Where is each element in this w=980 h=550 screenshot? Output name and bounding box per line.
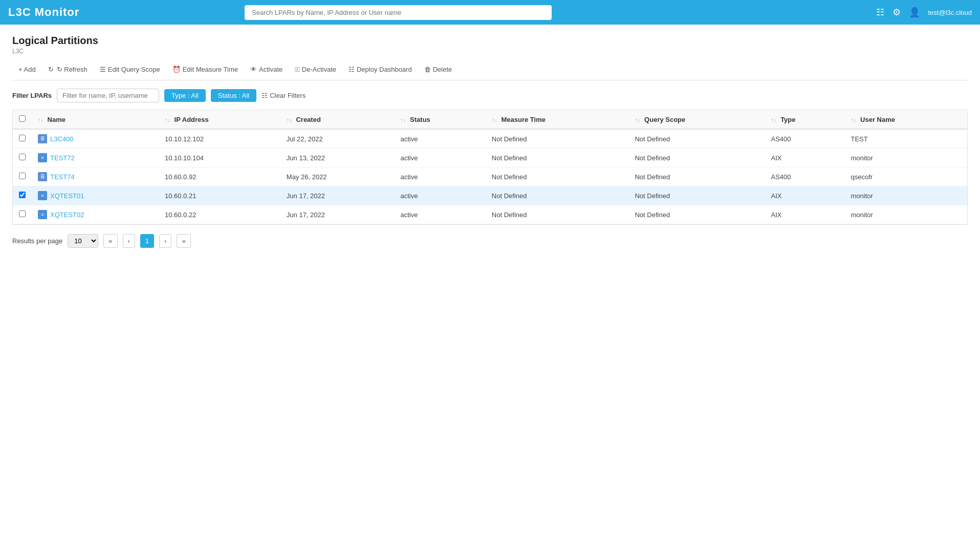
row-checkbox[interactable] [19,210,26,217]
table-row: ≡ XQTEST02 10.60.0.22 Jun 17, 2022 activ… [13,205,967,224]
table-row: ≡ XQTEST01 10.60.0.21 Jun 17, 2022 activ… [13,186,967,205]
deploy-label: Deploy Dashboard [357,66,412,73]
first-page-button[interactable]: « [103,234,117,248]
row-status: active [394,186,485,205]
filter-input[interactable] [57,89,159,102]
user-email: test@l3c.cloud [928,9,972,16]
document-icon[interactable]: ☷ [876,7,884,18]
type-filter-badge[interactable]: Type : All [164,89,206,102]
clear-filters-button[interactable]: ☷ Clear Filters [262,92,306,99]
row-name-cell: ☰ L3C400 [32,129,159,149]
eye-icon: 👁 [250,66,257,73]
filter-label: Filter LPARs [12,92,52,99]
activate-button[interactable]: 👁 Activate [244,63,289,76]
row-created: Jun 17, 2022 [280,186,395,205]
add-button[interactable]: + Add [12,63,42,76]
header-checkbox-cell [13,110,32,129]
row-type: AS400 [765,167,845,186]
edit-query-label: Edit Query Scope [108,66,160,73]
row-name-cell: ☰ TEST74 [32,167,159,186]
header: L3C Monitor ☷ ⚙ 👤 test@l3c.cloud [0,0,980,25]
deactivate-label: De-Activate [302,66,336,73]
filter-row: Filter LPARs Type : All Status : All ☷ C… [12,89,968,102]
row-type: AIX [765,205,845,224]
lpars-table: ↑↓ Name ↑↓ IP Address ↑↓ Created ↑↓ Stat… [13,110,967,224]
lpar-link[interactable]: ≡ TEST72 [38,153,153,162]
search-input[interactable] [245,5,552,20]
lpar-link[interactable]: ☰ L3C400 [38,134,153,143]
search-container [245,5,552,20]
edit-measure-time-button[interactable]: ⏰ Edit Measure Time [166,63,244,76]
col-username: ↑↓ User Name [844,110,967,129]
page-subtitle: L3C [12,48,968,55]
pagination-row: Results per page 10 25 50 100 « ‹ 1 › » [12,234,968,248]
delete-button[interactable]: 🗑 Delete [418,63,459,76]
edit-query-icon: ☰ [100,66,106,73]
row-status: active [394,149,485,167]
row-measure-time: Not Defined [486,149,629,167]
table-wrapper: ↑↓ Name ↑↓ IP Address ↑↓ Created ↑↓ Stat… [12,110,968,225]
col-created: ↑↓ Created [280,110,395,129]
col-status: ↑↓ Status [394,110,485,129]
lpar-name: TEST72 [50,154,75,162]
row-checkbox-cell [13,186,32,205]
header-right: ☷ ⚙ 👤 test@l3c.cloud [876,7,972,18]
row-created: Jun 17, 2022 [280,205,395,224]
row-type: AIX [765,149,845,167]
delete-label: Delete [433,66,452,73]
table-row: ☰ L3C400 10.10.12.102 Jul 22, 2022 activ… [13,129,967,149]
lpar-link[interactable]: ≡ XQTEST01 [38,191,153,200]
row-checkbox-cell [13,149,32,167]
lpar-type-icon: ≡ [38,210,47,219]
lpar-name: XQTEST01 [50,192,84,200]
row-query-scope: Not Defined [628,129,765,149]
page-1-button[interactable]: 1 [140,234,154,248]
gear-icon[interactable]: ⚙ [892,7,901,18]
edit-query-scope-button[interactable]: ☰ Edit Query Scope [94,63,166,76]
lpar-type-icon: ☰ [38,172,47,181]
type-filter-label: Type : All [171,92,199,99]
col-query-scope: ↑↓ Query Scope [628,110,765,129]
row-type: AS400 [765,129,845,149]
next-page-button[interactable]: › [159,234,171,248]
row-type: AIX [765,186,845,205]
prev-page-button[interactable]: ‹ [123,234,135,248]
deploy-dashboard-button[interactable]: ☷ Deploy Dashboard [342,63,418,76]
person-icon[interactable]: 👤 [909,7,920,18]
per-page-select[interactable]: 10 25 50 100 [68,234,98,248]
clear-filters-label: Clear Filters [270,92,306,99]
results-per-page-label: Results per page [12,237,62,245]
lpar-link[interactable]: ☰ TEST74 [38,172,153,181]
row-checkbox[interactable] [19,135,26,141]
row-created: Jun 13, 2022 [280,149,395,167]
lpar-name: L3C400 [50,135,74,143]
row-status: active [394,205,485,224]
row-query-scope: Not Defined [628,186,765,205]
deactivate-button[interactable]: 👁⃠ De-Activate [289,63,342,76]
row-query-scope: Not Defined [628,205,765,224]
lpar-type-icon: ≡ [38,191,47,200]
logo: L3C Monitor [8,6,79,19]
refresh-button[interactable]: ↻ ↻ Refresh [42,63,94,76]
row-username: monitor [844,186,967,205]
row-measure-time: Not Defined [486,205,629,224]
select-all-checkbox[interactable] [19,115,26,122]
row-checkbox[interactable] [19,173,26,179]
deactivate-icon: 👁⃠ [295,66,300,73]
logo-l3c: L3C [8,6,31,18]
trash-icon: 🗑 [424,66,431,73]
table-row: ☰ TEST74 10.60.0.92 May 26, 2022 active … [13,167,967,186]
row-checkbox[interactable] [19,192,26,198]
row-checkbox[interactable] [19,154,26,160]
main-content: Logical Partitions L3C + Add ↻ ↻ Refresh… [0,25,980,550]
row-measure-time: Not Defined [486,186,629,205]
row-ip: 10.60.0.21 [159,186,280,205]
lpar-name: XQTEST02 [50,211,84,219]
refresh-icon: ↻ [48,66,54,73]
status-filter-badge[interactable]: Status : All [211,89,256,102]
clock-icon: ⏰ [172,66,181,73]
last-page-button[interactable]: » [177,234,190,248]
lpar-link[interactable]: ≡ XQTEST02 [38,210,153,219]
toolbar: + Add ↻ ↻ Refresh ☰ Edit Query Scope ⏰ E… [12,63,968,80]
row-created: Jul 22, 2022 [280,129,395,149]
